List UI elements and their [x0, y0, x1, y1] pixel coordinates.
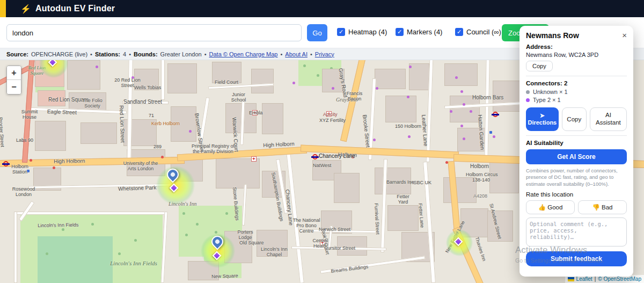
place-label: The National Pro Bono Centre — [290, 218, 323, 234]
poi-dot — [407, 96, 409, 98]
poi-dot — [450, 110, 452, 113]
building — [80, 122, 117, 144]
osm-link[interactable]: © OpenStreetMap — [598, 276, 641, 282]
tree — [62, 228, 64, 231]
zoom-out-button[interactable]: − — [7, 80, 21, 94]
poi-dot — [493, 135, 495, 138]
underground-icon — [312, 154, 318, 159]
ai-assistant-button[interactable]: AI Assistant — [590, 107, 627, 131]
leaflet-link[interactable]: Leaflet — [576, 276, 592, 282]
check-icon: ✓ — [339, 29, 343, 35]
park-label: Lincoln's Inn Fields — [110, 260, 157, 266]
ukraine-flag-icon — [568, 277, 574, 281]
tree — [215, 231, 217, 234]
thumbs-up-icon: 👍 — [538, 204, 546, 211]
zoom-in-button[interactable]: + — [7, 66, 21, 80]
go-button[interactable]: Go — [307, 24, 327, 41]
good-label: Good — [547, 204, 562, 211]
street-label: Thavies Inn — [474, 236, 487, 262]
heatmap-checkbox-label: Heatmap (4) — [348, 28, 387, 36]
get-ai-score-button[interactable]: Get AI Score — [526, 149, 627, 164]
street-label: Breams Buildings — [331, 264, 369, 273]
street-label: Field Court — [215, 79, 238, 85]
bounds-label: Bounds: — [134, 51, 158, 57]
app-title: Autodun EV Finder — [35, 4, 115, 13]
street-label: Holborn — [470, 163, 489, 169]
poi-dot — [96, 66, 98, 68]
checkbox-checked-icon[interactable]: ✓ — [337, 28, 345, 36]
search-input[interactable] — [6, 24, 302, 41]
poi-dot — [373, 139, 376, 141]
header-accent — [0, 0, 6, 17]
rate-bad-button[interactable]: 👎 Bad — [578, 200, 627, 214]
place-label: 150 Holborn — [395, 124, 421, 129]
place-label: Old Square — [239, 240, 264, 245]
building — [67, 60, 100, 90]
bounds-value: Greater London — [160, 51, 202, 57]
street-label: New Square — [211, 273, 238, 279]
checkbox-checked-icon[interactable]: ✓ — [396, 28, 404, 36]
parking-icon — [489, 131, 492, 134]
poi-dot — [161, 156, 164, 158]
address-label: Address: — [526, 43, 627, 50]
underground-icon — [493, 112, 498, 117]
connector-item: Unknown × 1 — [526, 89, 627, 95]
tree — [196, 223, 199, 226]
privacy-link[interactable]: Privacy — [315, 51, 334, 57]
submit-feedback-button[interactable]: Submit feedback — [526, 251, 627, 266]
place-label: Francis Bacon — [342, 91, 367, 102]
close-icon[interactable]: × — [622, 31, 627, 39]
thumbs-down-icon: 👎 — [592, 204, 599, 211]
stations-label: Stations: — [95, 51, 120, 57]
connector-item: Type 2 × 1 — [526, 97, 627, 103]
road — [14, 212, 17, 283]
separator: • — [90, 51, 92, 57]
building — [251, 69, 274, 93]
building — [385, 96, 416, 122]
hospital-icon: + — [251, 156, 257, 162]
copy-address-button[interactable]: Copy — [526, 61, 553, 71]
building — [216, 158, 260, 188]
park-label: Red Lion Square — [23, 66, 52, 76]
checkbox-checked-icon[interactable]: ✓ — [455, 28, 463, 36]
place-label: Embla — [249, 110, 263, 115]
separator: • — [204, 51, 207, 57]
tree — [182, 212, 185, 215]
tree — [225, 212, 228, 215]
connector-name: Type 2 × 1 — [533, 97, 561, 103]
poi-dot — [455, 76, 458, 79]
source-label: Source: — [6, 51, 28, 57]
connector-dot-type2 — [526, 98, 530, 102]
about-ai-link[interactable]: About AI — [285, 51, 308, 57]
poi-dot — [460, 90, 463, 93]
separator: • — [280, 51, 282, 57]
rate-location-label: Rate this location — [526, 191, 627, 198]
street-label: Fetter Lane — [418, 203, 425, 228]
poi-dot — [189, 130, 192, 133]
place-label: NatWest — [313, 163, 331, 168]
place-label: Porters Lodge — [233, 230, 258, 241]
station-details-panel: Newmans Row × Address: Newmans Row, WC2A… — [519, 26, 633, 277]
rate-good-button[interactable]: 👍 Good — [526, 200, 575, 214]
divider — [526, 76, 627, 76]
source-value: OPENCHARGE (live) — [31, 51, 87, 57]
place-label: Apicity — [323, 112, 338, 117]
markers-checkbox[interactable]: ✓ Markers (4) — [396, 28, 442, 36]
open-charge-map-link[interactable]: Data © Open Charge Map — [209, 51, 278, 57]
street-label: Lincoln's Inn Fields — [38, 222, 78, 228]
tree — [118, 252, 121, 255]
poi-dot — [460, 125, 463, 127]
ai-suitability-label: AI Suitability — [526, 140, 627, 146]
housenumber-label: 71 — [149, 113, 154, 118]
directions-button[interactable]: ➤ Directions — [526, 107, 559, 131]
place-label: Kerb Holborn — [151, 121, 180, 126]
building — [444, 63, 478, 86]
copy-button[interactable]: Copy — [562, 107, 587, 131]
building — [334, 173, 360, 203]
poi-dot — [408, 135, 411, 138]
council-checkbox[interactable]: ✓ Council (∞) — [455, 28, 501, 36]
poi-dot — [470, 110, 472, 113]
comment-textarea[interactable] — [526, 217, 627, 246]
heatmap-checkbox[interactable]: ✓ Heatmap (4) — [337, 28, 387, 36]
place-label: Principal Registry of the Family Divisio… — [191, 144, 235, 155]
